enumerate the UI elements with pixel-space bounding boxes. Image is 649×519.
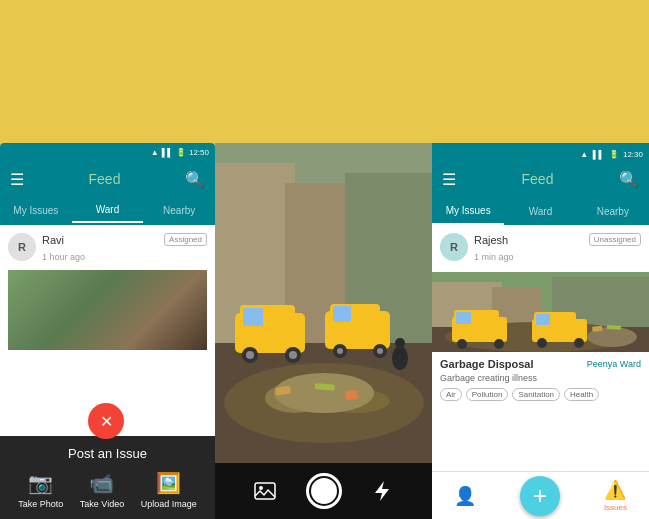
right-time-ago: 1 min ago <box>474 252 514 262</box>
yellow-background <box>0 0 649 140</box>
svg-point-24 <box>337 348 343 354</box>
svg-rect-11 <box>345 390 358 400</box>
camera-bar <box>215 463 433 519</box>
issues-icon: ⚠️ <box>604 479 626 501</box>
right-ward-label: Peenya Ward <box>587 359 641 369</box>
svg-point-40 <box>494 339 504 349</box>
tab-nearby-right[interactable]: Nearby <box>577 197 649 225</box>
upload-icon: 🖼️ <box>156 471 181 495</box>
svg-rect-38 <box>456 312 471 324</box>
right-issue-title-row: Garbage Disposal Peenya Ward <box>440 358 641 370</box>
svg-rect-28 <box>255 483 275 499</box>
take-video-label: Take Video <box>80 499 124 509</box>
take-video-action[interactable]: 📹 Take Video <box>80 471 124 509</box>
video-icon: 📹 <box>89 471 114 495</box>
left-status-bar: ▲ ▌▌ 🔋 12:50 <box>0 143 215 161</box>
svg-rect-14 <box>243 308 263 326</box>
right-issue-desc: Garbage creating illness <box>440 373 641 383</box>
bottom-sheet: Post an Issue 📷 Take Photo 📹 Take Video … <box>0 436 215 519</box>
svg-point-25 <box>377 348 383 354</box>
right-issue-image <box>432 272 649 352</box>
left-avatar: R <box>8 233 36 261</box>
right-app-bar: ☰ Feed 🔍 <box>432 161 649 197</box>
left-status-icons: ▲ ▌▌ 🔋 12:50 <box>151 148 209 157</box>
svg-point-18 <box>289 351 297 359</box>
left-issue-item: R Ravi Assigned 1 hour ago <box>8 233 207 264</box>
tab-my-issues-left[interactable]: My Issues <box>0 197 72 223</box>
photo-background <box>215 143 433 463</box>
left-badge: Assigned <box>164 233 207 246</box>
right-menu-icon[interactable]: ☰ <box>442 170 456 189</box>
take-photo-label: Take Photo <box>18 499 63 509</box>
right-user-name: Rajesh <box>474 234 508 246</box>
right-status-icons: ▲ ▌▌ 🔋 12:30 <box>580 143 643 161</box>
tag-health: Health <box>564 388 599 401</box>
left-tabs-bar: My Issues Ward Nearby <box>0 197 215 225</box>
right-tabs-bar: My Issues Ward Nearby <box>432 197 649 225</box>
garbage-scene-svg <box>215 143 433 463</box>
tag-air: Air <box>440 388 462 401</box>
right-issue-header: R Rajesh Unassigned 1 min ago <box>432 225 649 272</box>
photo-panel <box>215 143 433 519</box>
right-avatar: R <box>440 233 468 261</box>
wifi-icon: ▲ <box>151 148 159 157</box>
tab-my-issues-right[interactable]: My Issues <box>432 197 504 225</box>
fab-close-button[interactable]: ✕ <box>88 403 124 439</box>
sheet-actions: 📷 Take Photo 📹 Take Video 🖼️ Upload Imag… <box>10 471 205 509</box>
close-icon: ✕ <box>100 412 113 431</box>
left-menu-icon[interactable]: ☰ <box>10 170 24 189</box>
signal-icon: ▌▌ <box>162 148 173 157</box>
tab-ward-right[interactable]: Ward <box>504 197 576 225</box>
flash-button[interactable] <box>365 473 401 509</box>
left-search-icon[interactable]: 🔍 <box>185 170 205 189</box>
nav-issues[interactable]: ⚠️ Issues <box>604 479 627 512</box>
right-bottom-nav: 👤 + ⚠️ Issues <box>432 471 649 519</box>
right-scene-svg <box>432 272 649 352</box>
right-app-title: Feed <box>522 171 554 187</box>
svg-point-29 <box>259 486 263 490</box>
svg-rect-21 <box>333 306 351 322</box>
svg-point-17 <box>246 351 254 359</box>
svg-rect-43 <box>536 314 550 325</box>
tag-pollution: Pollution <box>466 388 509 401</box>
right-feed: R Rajesh Unassigned 1 min ago <box>432 225 649 471</box>
shutter-button[interactable] <box>306 473 342 509</box>
right-badge: Unassigned <box>589 233 641 246</box>
tag-sanitation: Sanitation <box>512 388 560 401</box>
left-user-name: Ravi <box>42 234 64 246</box>
left-app-title: Feed <box>89 171 121 187</box>
right-signal-icon: ▌▌ <box>593 150 604 159</box>
svg-point-45 <box>574 338 584 348</box>
right-search-icon[interactable]: 🔍 <box>619 170 639 189</box>
take-photo-action[interactable]: 📷 Take Photo <box>18 471 63 509</box>
nav-avatar[interactable]: 👤 <box>454 485 476 507</box>
right-issue-title: Garbage Disposal <box>440 358 534 370</box>
right-wifi-icon: ▲ <box>580 150 588 159</box>
battery-icon: 🔋 <box>176 148 186 157</box>
svg-rect-48 <box>607 325 621 330</box>
phone-right: ▲ ▌▌ 🔋 12:30 ☰ Feed 🔍 My Issues Ward Nea… <box>432 143 649 519</box>
upload-image-label: Upload Image <box>141 499 197 509</box>
left-time-ago: 1 hour ago <box>42 252 85 262</box>
phone-left: ▲ ▌▌ 🔋 12:50 ☰ Feed 🔍 My Issues Ward Nea… <box>0 143 215 519</box>
gallery-button[interactable] <box>247 473 283 509</box>
fab-add-button[interactable]: + <box>520 476 560 516</box>
tab-ward-left[interactable]: Ward <box>72 197 144 223</box>
right-battery-icon: 🔋 <box>609 150 619 159</box>
left-app-bar: ☰ Feed 🔍 <box>0 161 215 197</box>
right-issue-tags: Air Pollution Sanitation Health <box>440 388 641 401</box>
add-icon: + <box>533 482 547 510</box>
upload-image-action[interactable]: 🖼️ Upload Image <box>141 471 197 509</box>
avatar-icon: 👤 <box>454 485 476 507</box>
right-issue-footer: Garbage Disposal Peenya Ward Garbage cre… <box>432 352 649 407</box>
issues-label: Issues <box>604 503 627 512</box>
sheet-title: Post an Issue <box>10 446 205 461</box>
svg-point-39 <box>457 339 467 349</box>
left-scene <box>8 270 207 350</box>
svg-point-27 <box>395 338 405 348</box>
right-status-bar: ▲ ▌▌ 🔋 12:30 <box>432 143 649 161</box>
left-time: 12:50 <box>189 148 209 157</box>
left-issue-image <box>8 270 207 350</box>
svg-point-44 <box>537 338 547 348</box>
tab-nearby-left[interactable]: Nearby <box>143 197 215 223</box>
